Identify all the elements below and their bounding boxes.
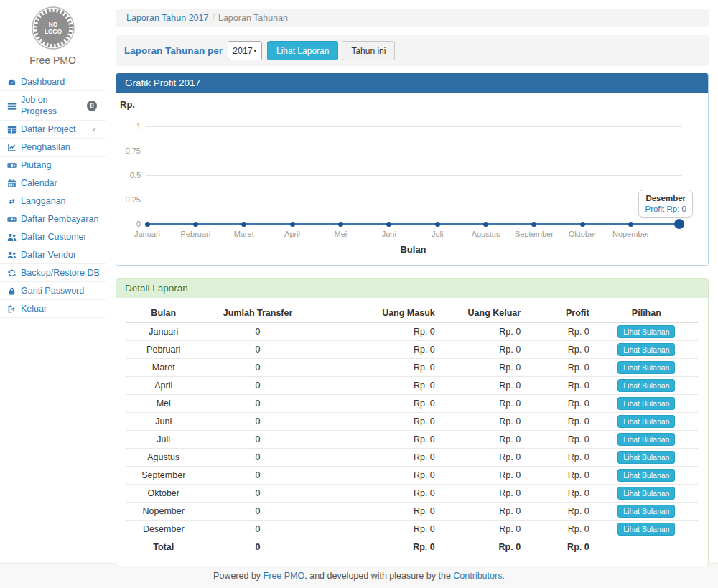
sidebar-item-label: Ganti Password — [21, 285, 84, 297]
lihat-bulanan-button[interactable]: Lihat Bulanan — [617, 379, 675, 392]
count-badge: 0 — [87, 101, 97, 111]
cell-bulan: Juli — [126, 431, 200, 449]
cell-profit: Rp. 0 — [526, 359, 595, 377]
money-icon — [6, 161, 17, 170]
cell-uang_keluar: Rp. 0 — [441, 377, 526, 395]
cell-bulan: Pebruari — [126, 341, 200, 359]
cell-jumlah_transfer: 0 — [200, 431, 314, 449]
cell-bulan: Juni — [126, 413, 200, 431]
cell-pilihan: Lihat Bulanan — [595, 322, 698, 341]
sidebar-item-dashboard[interactable]: Dashboard — [0, 73, 106, 90]
lihat-bulanan-button[interactable]: Lihat Bulanan — [617, 469, 675, 482]
breadcrumb: Laporan Tahun 2017/Laporan Tahunan — [116, 9, 709, 27]
sidebar-item-job-on-progress[interactable]: Job on Progress0 — [0, 90, 106, 120]
lihat-bulanan-button[interactable]: Lihat Bulanan — [617, 505, 675, 518]
sidebar-item-daftar-vendor[interactable]: Daftar Vendor — [0, 246, 106, 263]
y-axis-tick: 0 — [118, 220, 141, 228]
sidebar-item-label: Daftar Project — [21, 123, 75, 135]
money-icon — [6, 215, 17, 224]
cell-pilihan: Lihat Bulanan — [595, 449, 698, 467]
sidebar-item-daftar-project[interactable]: Daftar Project‹ — [0, 120, 106, 138]
lihat-bulanan-button[interactable]: Lihat Bulanan — [617, 397, 675, 410]
lihat-bulanan-button[interactable]: Lihat Bulanan — [617, 343, 675, 356]
data-point-oktober[interactable] — [580, 222, 585, 227]
data-point-nopember[interactable] — [628, 222, 633, 227]
footer-link-free-pmo[interactable]: Free PMO — [264, 571, 305, 581]
tasks-icon — [6, 101, 17, 111]
data-point-april[interactable] — [290, 222, 295, 227]
sidebar-item-calendar[interactable]: Calendar — [0, 174, 106, 192]
cell-uang_masuk: Rp. 0 — [315, 431, 441, 449]
logo-text-line1: NO — [48, 22, 57, 28]
cell-uang_keluar: Rp. 0 — [441, 521, 526, 538]
x-axis-label: Juni — [363, 230, 415, 238]
main-content: Laporan Tahun 2017/Laporan Tahunan Lapor… — [106, 0, 718, 563]
sidebar-item-langganan[interactable]: Langganan — [0, 192, 106, 210]
cell-uang_masuk: Rp. 0 — [315, 503, 441, 521]
table-row-april: April0Rp. 0Rp. 0Rp. 0Lihat Bulanan — [126, 377, 698, 395]
x-axis-label: Januari — [121, 230, 173, 238]
lihat-bulanan-button[interactable]: Lihat Bulanan — [617, 487, 675, 500]
footer-text-middle: , and developed with pleasure by the — [304, 571, 453, 581]
data-point-maret[interactable] — [241, 222, 246, 227]
table-row-januari: Januari0Rp. 0Rp. 0Rp. 0Lihat Bulanan — [126, 322, 698, 341]
year-select[interactable]: 2017 ▼ — [228, 41, 262, 60]
brand: NO LOGO Free PMO — [0, 0, 106, 73]
sidebar-item-backup-restore-db[interactable]: Backup/Restore DB — [0, 263, 106, 281]
sidebar-item-penghasilan[interactable]: Penghasilan — [0, 138, 106, 156]
x-axis-label: Pebruari — [169, 230, 221, 238]
cell-uang_keluar: Rp. 0 — [441, 322, 526, 341]
data-point-juni[interactable] — [386, 222, 391, 227]
dashboard-icon — [6, 78, 17, 87]
data-point-agustus[interactable] — [483, 222, 488, 227]
x-axis-title: Bulan — [147, 244, 679, 255]
chart-panel-title: Grafik Profit 2017 — [116, 73, 708, 93]
chevron-down-icon: ▼ — [253, 48, 258, 53]
cell-profit: Rp. 0 — [526, 413, 595, 431]
column-header-uang-keluar: Uang Keluar — [441, 304, 526, 322]
lihat-bulanan-button[interactable]: Lihat Bulanan — [617, 325, 675, 338]
sidebar-item-ganti-password[interactable]: Ganti Password — [0, 281, 106, 299]
x-axis-label: April — [266, 230, 318, 238]
total-cell-jumlah_transfer: 0 — [200, 538, 314, 556]
data-point-januari[interactable] — [145, 222, 150, 227]
lihat-bulanan-button[interactable]: Lihat Bulanan — [617, 415, 675, 428]
breadcrumb-link[interactable]: Laporan Tahun 2017 — [126, 13, 208, 23]
lihat-bulanan-button[interactable]: Lihat Bulanan — [617, 451, 675, 464]
y-axis-tick: 0.75 — [118, 146, 141, 155]
sidebar-item-piutang[interactable]: Piutang — [0, 156, 106, 174]
sidebar-item-label: Daftar Vendor — [21, 249, 76, 261]
cell-jumlah_transfer: 0 — [200, 341, 314, 359]
table-icon — [6, 125, 17, 134]
cell-bulan: April — [126, 377, 200, 395]
footer-link-contributors[interactable]: Contributors. — [453, 571, 505, 581]
data-point-pebruari[interactable] — [193, 222, 198, 227]
tahun-ini-button[interactable]: Tahun ini — [342, 41, 395, 60]
sidebar-item-daftar-pembayaran[interactable]: Daftar Pembayaran — [0, 210, 106, 228]
x-axis-label: Maret — [218, 230, 270, 238]
cell-uang_masuk: Rp. 0 — [315, 359, 441, 377]
cell-jumlah_transfer: 0 — [200, 413, 314, 431]
cell-pilihan: Lihat Bulanan — [595, 341, 698, 359]
data-point-september[interactable] — [531, 222, 536, 227]
lihat-bulanan-button[interactable]: Lihat Bulanan — [617, 433, 675, 446]
sidebar-item-keluar[interactable]: Keluar — [0, 299, 106, 318]
lihat-laporan-button[interactable]: Lihat Laporan — [267, 41, 338, 60]
cell-uang_masuk: Rp. 0 — [315, 322, 441, 341]
cell-pilihan: Lihat Bulanan — [595, 467, 698, 485]
cell-pilihan: Lihat Bulanan — [595, 359, 698, 377]
line-chart-icon — [6, 143, 17, 152]
cell-pilihan: Lihat Bulanan — [595, 503, 698, 521]
sidebar-item-label: Daftar Pembayaran — [21, 213, 98, 225]
data-point-mei[interactable] — [338, 222, 343, 227]
lihat-bulanan-button[interactable]: Lihat Bulanan — [617, 523, 675, 536]
cell-uang_masuk: Rp. 0 — [315, 521, 441, 538]
data-point-juli[interactable] — [435, 222, 440, 227]
cell-uang_keluar: Rp. 0 — [441, 467, 526, 485]
data-point-desember[interactable] — [674, 219, 684, 229]
lihat-bulanan-button[interactable]: Lihat Bulanan — [617, 361, 675, 374]
sidebar-item-daftar-customer[interactable]: Daftar Customer — [0, 228, 106, 246]
sidebar-item-label: Piutang — [21, 159, 51, 171]
cell-jumlah_transfer: 0 — [200, 503, 314, 521]
cell-jumlah_transfer: 0 — [200, 395, 314, 413]
